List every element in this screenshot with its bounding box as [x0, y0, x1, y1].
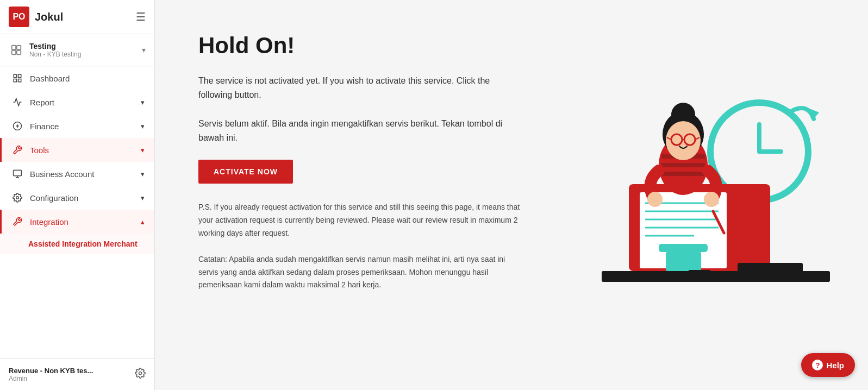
sidebar-item-business-account[interactable]: Business Account ▾ [0, 162, 154, 186]
footer-info: Revenue - Non KYB tes... Admin [9, 367, 129, 382]
footer-role: Admin [9, 375, 129, 382]
svg-rect-0 [12, 46, 16, 49]
configuration-icon [11, 193, 23, 203]
integration-icon [11, 217, 23, 227]
account-icon [9, 42, 24, 58]
svg-rect-31 [661, 163, 705, 167]
svg-point-33 [647, 192, 663, 207]
note-en: P.S. If you already request activation f… [198, 201, 524, 240]
configuration-label: Configuration [30, 193, 134, 203]
hamburger-button[interactable]: ☰ [136, 10, 146, 23]
svg-rect-4 [14, 74, 16, 77]
note-id: Catatan: Apabila anda sudah mengaktifkan… [198, 253, 524, 292]
sidebar-item-configuration[interactable]: Configuration ▾ [0, 186, 154, 210]
tools-chevron-icon: ▾ [141, 146, 145, 154]
svg-rect-43 [659, 244, 708, 252]
sidebar-item-integration[interactable]: Integration ▴ [0, 210, 154, 234]
business-account-icon [11, 169, 23, 179]
activate-now-button[interactable]: ACTIVATE NOW [198, 160, 293, 184]
sidebar-item-dashboard[interactable]: Dashboard [0, 66, 154, 90]
sidebar: PO Jokul ☰ Testing Non - KYB testing ▾ [0, 0, 155, 390]
account-name: Testing [29, 42, 136, 51]
svg-rect-1 [17, 46, 21, 49]
main-nav: Dashboard Report ▾ Finance ▾ [0, 66, 154, 358]
dashboard-icon [11, 73, 23, 83]
help-label: Help [826, 361, 844, 370]
finance-label: Finance [30, 122, 134, 131]
hold-on-title: Hold On! [198, 33, 524, 59]
account-selector[interactable]: Testing Non - KYB testing ▾ [0, 34, 154, 66]
business-account-label: Business Account [30, 169, 134, 179]
svg-rect-3 [17, 51, 21, 54]
svg-point-15 [139, 372, 142, 375]
description-en: The service is not activated yet. If you… [198, 74, 524, 102]
configuration-chevron-icon: ▾ [141, 194, 145, 202]
svg-rect-6 [14, 79, 16, 82]
main-content: Hold On! The service is not activated ye… [155, 0, 868, 390]
svg-rect-5 [18, 74, 21, 77]
tools-icon [11, 145, 23, 155]
hold-on-illustration [574, 92, 835, 298]
business-account-chevron-icon: ▾ [141, 170, 145, 178]
sidebar-item-report[interactable]: Report ▾ [0, 90, 154, 114]
sidebar-item-assisted-integration[interactable]: Assisted Integration Merchant [0, 234, 154, 254]
svg-rect-44 [666, 252, 701, 271]
svg-rect-32 [661, 172, 705, 176]
svg-rect-46 [689, 270, 710, 274]
svg-rect-11 [14, 170, 22, 176]
tools-label: Tools [30, 146, 134, 155]
hold-on-section: Hold On! The service is not activated ye… [198, 33, 524, 305]
account-info: Testing Non - KYB testing [29, 42, 136, 58]
integration-label: Integration [30, 217, 134, 227]
account-sub: Non - KYB testing [29, 51, 136, 58]
assisted-integration-label: Assisted Integration Merchant [28, 240, 138, 248]
dashboard-label: Dashboard [30, 74, 145, 83]
app-name: Jokul [35, 11, 63, 23]
sidebar-item-tools[interactable]: Tools ▾ [0, 138, 154, 162]
settings-button[interactable] [135, 368, 146, 381]
svg-rect-7 [18, 79, 21, 82]
sidebar-item-finance[interactable]: Finance ▾ [0, 114, 154, 138]
sidebar-header: PO Jokul ☰ [0, 0, 154, 34]
svg-rect-2 [12, 51, 16, 54]
finance-chevron-icon: ▾ [141, 122, 145, 130]
svg-point-34 [704, 192, 719, 207]
sidebar-footer: Revenue - Non KYB tes... Admin [0, 358, 154, 390]
help-icon: ? [812, 360, 823, 370]
footer-merchant-name: Revenue - Non KYB tes... [9, 367, 129, 375]
description-id: Servis belum aktif. Bila anda ingin meng… [198, 117, 524, 144]
report-icon [11, 97, 23, 107]
report-label: Report [30, 98, 134, 107]
help-button[interactable]: ? Help [801, 353, 855, 377]
svg-point-14 [16, 197, 19, 199]
integration-chevron-icon: ▴ [141, 218, 145, 226]
logo-icon: PO [9, 7, 29, 27]
report-chevron-icon: ▾ [141, 98, 145, 106]
svg-rect-45 [738, 263, 803, 273]
finance-icon [11, 121, 23, 131]
account-chevron-icon: ▾ [142, 46, 146, 54]
